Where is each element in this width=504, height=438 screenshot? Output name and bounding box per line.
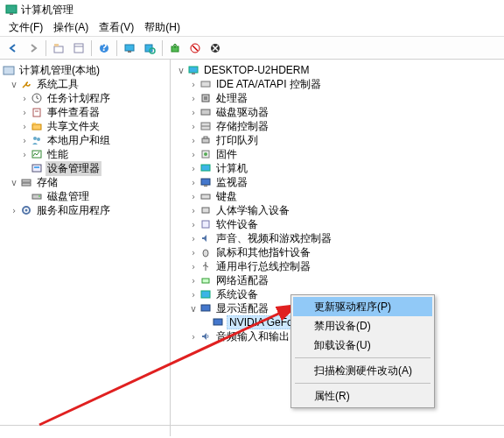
expand-icon[interactable]: › [188,80,199,89]
tree-disk-mgmt[interactable]: 磁盘管理 [2,189,168,203]
expand-icon[interactable]: › [19,122,30,131]
expand-icon[interactable]: › [19,94,30,103]
forward-icon[interactable] [24,39,43,58]
tree-device-manager[interactable]: 设备管理器 [2,161,168,175]
expand-icon[interactable]: › [19,136,30,145]
cm-scan-hardware[interactable]: 扫描检测硬件改动(A) [293,361,432,380]
computer-icon [199,161,213,175]
tree-event-viewer[interactable]: ›事件查看器 [2,105,168,119]
svg-point-22 [33,137,37,140]
device-mouse[interactable]: ›鼠标和其他指针设备 [172,245,502,259]
toolbar: ? [0,37,504,60]
device-hid[interactable]: ›人体学输入设备 [172,203,502,217]
expand-icon[interactable]: › [188,192,199,201]
tree-shared-folders[interactable]: ›共享文件夹 [2,119,168,133]
update-driver-icon[interactable] [165,39,185,58]
device-network[interactable]: ›网络适配器 [172,273,502,287]
cm-disable-device[interactable]: 禁用设备(D) [293,316,432,336]
device-host[interactable]: vDESKTOP-U2HDERM [172,63,502,77]
help-icon[interactable]: ? [94,39,114,58]
device-software[interactable]: ›软件设备 [172,217,502,231]
uninstall-icon[interactable] [206,39,225,58]
device-cpu[interactable]: ›处理器 [172,91,502,105]
expand-icon[interactable]: › [188,206,199,215]
collapse-icon[interactable]: v [188,304,199,314]
expand-icon[interactable]: › [19,108,30,117]
title-bar: 计算机管理 [0,0,504,19]
tree-storage[interactable]: v存储 [2,175,168,189]
up-icon[interactable] [49,39,68,58]
svg-point-51 [203,250,208,257]
showhide-icon[interactable] [69,39,88,58]
svg-rect-3 [54,44,59,46]
expand-icon[interactable]: › [188,332,199,342]
svg-point-23 [37,138,40,141]
expand-icon[interactable]: › [188,108,199,117]
device-print-queue[interactable]: ›打印队列 [172,133,502,147]
device-keyboard[interactable]: ›键盘 [172,189,502,203]
expand-icon[interactable]: › [188,276,199,286]
collapse-icon[interactable]: v [176,66,186,75]
collapse-icon[interactable]: v [9,80,19,89]
svg-rect-45 [201,165,210,171]
disk-icon [199,105,213,119]
expand-icon[interactable]: › [188,248,199,258]
device-ide[interactable]: ›IDE ATA/ATAPI 控制器 [172,77,502,91]
storage-icon [19,175,33,189]
tree-local-users[interactable]: ›本地用户和组 [2,133,168,147]
left-pane: 计算机管理(本地) v系统工具 ›任务计划程序 ›事件查看器 ›共享文件夹 ›本… [0,60,171,436]
device-computer[interactable]: ›计算机 [172,161,502,175]
device-storage-ctrl[interactable]: ›存储控制器 [172,119,502,133]
tree-services[interactable]: ›服务和应用程序 [2,203,168,217]
cm-properties[interactable]: 属性(R) [293,386,432,406]
computer-icon [186,63,200,77]
svg-rect-1 [10,13,13,15]
software-icon [199,217,213,231]
scan-hardware-icon[interactable] [140,39,159,58]
expand-icon[interactable]: › [188,262,199,272]
clock-icon [30,91,44,105]
audio-icon [199,329,213,343]
expand-icon[interactable]: › [188,94,199,103]
printer-icon [199,133,213,147]
menu-view[interactable]: 查看(V) [94,18,139,37]
menu-action[interactable]: 操作(A) [48,18,94,37]
monitor-icon[interactable] [120,39,139,58]
tree-performance[interactable]: ›性能 [2,147,168,161]
svg-rect-52 [202,279,209,283]
expand-icon[interactable]: › [188,178,199,187]
expand-icon[interactable]: › [188,220,199,230]
expand-icon[interactable]: › [19,150,30,159]
cm-uninstall-device[interactable]: 卸载设备(U) [293,336,432,355]
menu-help[interactable]: 帮助(H) [139,18,186,37]
expand-icon[interactable]: › [188,150,199,159]
svg-rect-20 [32,124,41,130]
device-firmware[interactable]: ›固件 [172,147,502,161]
back-icon[interactable] [4,39,23,58]
device-sound[interactable]: ›声音、视频和游戏控制器 [172,231,502,245]
expand-icon[interactable]: › [188,122,199,131]
console-tree[interactable]: 计算机管理(本地) v系统工具 ›任务计划程序 ›事件查看器 ›共享文件夹 ›本… [0,60,170,221]
collapse-icon[interactable]: v [9,178,19,187]
device-disk-drives[interactable]: ›磁盘驱动器 [172,105,502,119]
tree-task-scheduler[interactable]: ›任务计划程序 [2,91,168,105]
device-mgr-icon [30,161,44,175]
device-usb[interactable]: ›通用串行总线控制器 [172,259,502,273]
device-monitor[interactable]: ›监视器 [172,175,502,189]
disabled-icon[interactable] [186,39,205,58]
cm-update-driver[interactable]: 更新驱动程序(P) [293,297,432,316]
expand-icon[interactable]: › [188,234,199,244]
expand-icon[interactable]: › [188,164,199,173]
expand-icon[interactable]: › [188,136,199,145]
svg-rect-9 [128,51,131,53]
app-icon [5,4,18,16]
tree-systools[interactable]: v系统工具 [2,77,168,91]
svg-rect-28 [22,183,31,186]
expand-icon[interactable]: › [188,290,199,300]
expand-icon[interactable]: › [9,206,19,215]
display-icon [199,301,213,315]
svg-rect-37 [204,96,207,100]
menu-file[interactable]: 文件(F) [4,18,48,37]
separator [46,40,46,56]
tree-root[interactable]: 计算机管理(本地) [2,63,168,77]
